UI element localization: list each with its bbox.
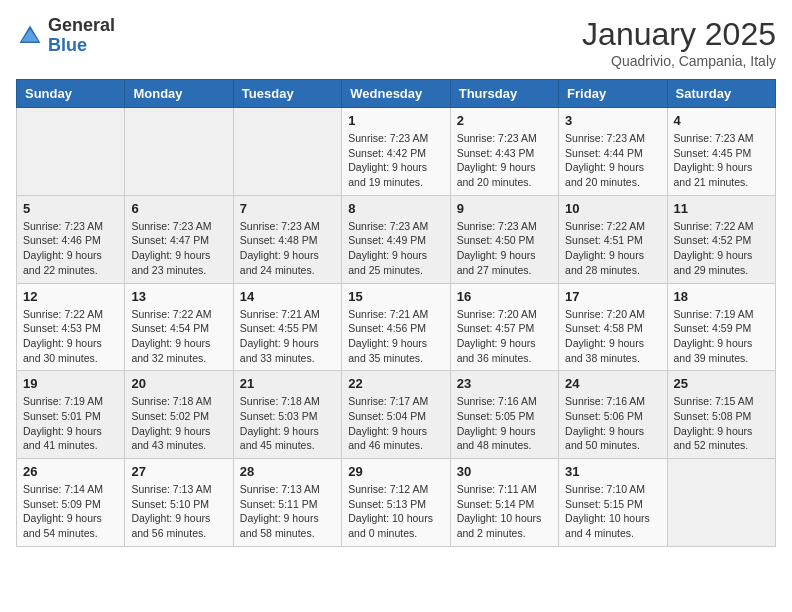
location-subtitle: Quadrivio, Campania, Italy (582, 53, 776, 69)
calendar-cell: 23Sunrise: 7:16 AM Sunset: 5:05 PM Dayli… (450, 371, 558, 459)
day-number: 5 (23, 201, 118, 216)
day-number: 30 (457, 464, 552, 479)
day-info: Sunrise: 7:23 AM Sunset: 4:44 PM Dayligh… (565, 131, 660, 190)
calendar-week-row: 5Sunrise: 7:23 AM Sunset: 4:46 PM Daylig… (17, 195, 776, 283)
calendar-cell: 10Sunrise: 7:22 AM Sunset: 4:51 PM Dayli… (559, 195, 667, 283)
day-number: 18 (674, 289, 769, 304)
day-number: 21 (240, 376, 335, 391)
calendar-cell: 28Sunrise: 7:13 AM Sunset: 5:11 PM Dayli… (233, 459, 341, 547)
weekday-header: Sunday (17, 80, 125, 108)
day-number: 28 (240, 464, 335, 479)
calendar-cell: 4Sunrise: 7:23 AM Sunset: 4:45 PM Daylig… (667, 108, 775, 196)
calendar-cell: 11Sunrise: 7:22 AM Sunset: 4:52 PM Dayli… (667, 195, 775, 283)
weekday-header: Thursday (450, 80, 558, 108)
day-info: Sunrise: 7:22 AM Sunset: 4:51 PM Dayligh… (565, 219, 660, 278)
calendar-cell: 8Sunrise: 7:23 AM Sunset: 4:49 PM Daylig… (342, 195, 450, 283)
calendar-cell: 21Sunrise: 7:18 AM Sunset: 5:03 PM Dayli… (233, 371, 341, 459)
day-number: 9 (457, 201, 552, 216)
calendar-cell (667, 459, 775, 547)
day-number: 12 (23, 289, 118, 304)
logo: General Blue (16, 16, 115, 56)
calendar-cell: 26Sunrise: 7:14 AM Sunset: 5:09 PM Dayli… (17, 459, 125, 547)
calendar-cell: 6Sunrise: 7:23 AM Sunset: 4:47 PM Daylig… (125, 195, 233, 283)
calendar-cell: 16Sunrise: 7:20 AM Sunset: 4:57 PM Dayli… (450, 283, 558, 371)
calendar-cell: 25Sunrise: 7:15 AM Sunset: 5:08 PM Dayli… (667, 371, 775, 459)
day-info: Sunrise: 7:16 AM Sunset: 5:06 PM Dayligh… (565, 394, 660, 453)
calendar-cell: 30Sunrise: 7:11 AM Sunset: 5:14 PM Dayli… (450, 459, 558, 547)
day-number: 4 (674, 113, 769, 128)
logo-text: General Blue (48, 16, 115, 56)
calendar-cell: 7Sunrise: 7:23 AM Sunset: 4:48 PM Daylig… (233, 195, 341, 283)
calendar-cell: 3Sunrise: 7:23 AM Sunset: 4:44 PM Daylig… (559, 108, 667, 196)
day-number: 7 (240, 201, 335, 216)
calendar-cell: 2Sunrise: 7:23 AM Sunset: 4:43 PM Daylig… (450, 108, 558, 196)
calendar-cell: 24Sunrise: 7:16 AM Sunset: 5:06 PM Dayli… (559, 371, 667, 459)
day-number: 19 (23, 376, 118, 391)
day-number: 16 (457, 289, 552, 304)
weekday-header: Friday (559, 80, 667, 108)
day-info: Sunrise: 7:22 AM Sunset: 4:53 PM Dayligh… (23, 307, 118, 366)
day-info: Sunrise: 7:18 AM Sunset: 5:02 PM Dayligh… (131, 394, 226, 453)
day-info: Sunrise: 7:22 AM Sunset: 4:54 PM Dayligh… (131, 307, 226, 366)
calendar-cell: 12Sunrise: 7:22 AM Sunset: 4:53 PM Dayli… (17, 283, 125, 371)
day-number: 26 (23, 464, 118, 479)
calendar-cell: 15Sunrise: 7:21 AM Sunset: 4:56 PM Dayli… (342, 283, 450, 371)
day-info: Sunrise: 7:23 AM Sunset: 4:47 PM Dayligh… (131, 219, 226, 278)
day-info: Sunrise: 7:15 AM Sunset: 5:08 PM Dayligh… (674, 394, 769, 453)
day-info: Sunrise: 7:17 AM Sunset: 5:04 PM Dayligh… (348, 394, 443, 453)
day-info: Sunrise: 7:21 AM Sunset: 4:55 PM Dayligh… (240, 307, 335, 366)
day-number: 29 (348, 464, 443, 479)
day-number: 31 (565, 464, 660, 479)
calendar-cell: 14Sunrise: 7:21 AM Sunset: 4:55 PM Dayli… (233, 283, 341, 371)
day-info: Sunrise: 7:12 AM Sunset: 5:13 PM Dayligh… (348, 482, 443, 541)
day-info: Sunrise: 7:23 AM Sunset: 4:50 PM Dayligh… (457, 219, 552, 278)
day-info: Sunrise: 7:18 AM Sunset: 5:03 PM Dayligh… (240, 394, 335, 453)
weekday-header: Saturday (667, 80, 775, 108)
day-number: 15 (348, 289, 443, 304)
calendar-cell: 19Sunrise: 7:19 AM Sunset: 5:01 PM Dayli… (17, 371, 125, 459)
weekday-header: Monday (125, 80, 233, 108)
weekday-header: Wednesday (342, 80, 450, 108)
calendar-cell: 31Sunrise: 7:10 AM Sunset: 5:15 PM Dayli… (559, 459, 667, 547)
calendar-cell: 9Sunrise: 7:23 AM Sunset: 4:50 PM Daylig… (450, 195, 558, 283)
logo-icon (16, 22, 44, 50)
calendar-cell (125, 108, 233, 196)
day-number: 20 (131, 376, 226, 391)
day-info: Sunrise: 7:16 AM Sunset: 5:05 PM Dayligh… (457, 394, 552, 453)
day-info: Sunrise: 7:20 AM Sunset: 4:58 PM Dayligh… (565, 307, 660, 366)
day-info: Sunrise: 7:13 AM Sunset: 5:10 PM Dayligh… (131, 482, 226, 541)
title-section: January 2025 Quadrivio, Campania, Italy (582, 16, 776, 69)
day-number: 24 (565, 376, 660, 391)
day-number: 3 (565, 113, 660, 128)
day-number: 6 (131, 201, 226, 216)
calendar-cell: 18Sunrise: 7:19 AM Sunset: 4:59 PM Dayli… (667, 283, 775, 371)
calendar-cell: 13Sunrise: 7:22 AM Sunset: 4:54 PM Dayli… (125, 283, 233, 371)
day-info: Sunrise: 7:23 AM Sunset: 4:42 PM Dayligh… (348, 131, 443, 190)
calendar-cell: 5Sunrise: 7:23 AM Sunset: 4:46 PM Daylig… (17, 195, 125, 283)
day-info: Sunrise: 7:11 AM Sunset: 5:14 PM Dayligh… (457, 482, 552, 541)
page-header: General Blue January 2025 Quadrivio, Cam… (16, 16, 776, 69)
day-info: Sunrise: 7:23 AM Sunset: 4:46 PM Dayligh… (23, 219, 118, 278)
day-number: 14 (240, 289, 335, 304)
calendar-cell: 1Sunrise: 7:23 AM Sunset: 4:42 PM Daylig… (342, 108, 450, 196)
day-info: Sunrise: 7:23 AM Sunset: 4:49 PM Dayligh… (348, 219, 443, 278)
day-number: 13 (131, 289, 226, 304)
day-number: 8 (348, 201, 443, 216)
day-number: 27 (131, 464, 226, 479)
calendar-cell (17, 108, 125, 196)
day-number: 23 (457, 376, 552, 391)
calendar-week-row: 19Sunrise: 7:19 AM Sunset: 5:01 PM Dayli… (17, 371, 776, 459)
day-number: 11 (674, 201, 769, 216)
calendar-cell: 22Sunrise: 7:17 AM Sunset: 5:04 PM Dayli… (342, 371, 450, 459)
month-title: January 2025 (582, 16, 776, 53)
calendar-cell: 20Sunrise: 7:18 AM Sunset: 5:02 PM Dayli… (125, 371, 233, 459)
day-info: Sunrise: 7:22 AM Sunset: 4:52 PM Dayligh… (674, 219, 769, 278)
day-number: 25 (674, 376, 769, 391)
day-info: Sunrise: 7:14 AM Sunset: 5:09 PM Dayligh… (23, 482, 118, 541)
weekday-header-row: SundayMondayTuesdayWednesdayThursdayFrid… (17, 80, 776, 108)
day-info: Sunrise: 7:21 AM Sunset: 4:56 PM Dayligh… (348, 307, 443, 366)
day-info: Sunrise: 7:20 AM Sunset: 4:57 PM Dayligh… (457, 307, 552, 366)
day-info: Sunrise: 7:19 AM Sunset: 5:01 PM Dayligh… (23, 394, 118, 453)
day-number: 10 (565, 201, 660, 216)
calendar-cell (233, 108, 341, 196)
